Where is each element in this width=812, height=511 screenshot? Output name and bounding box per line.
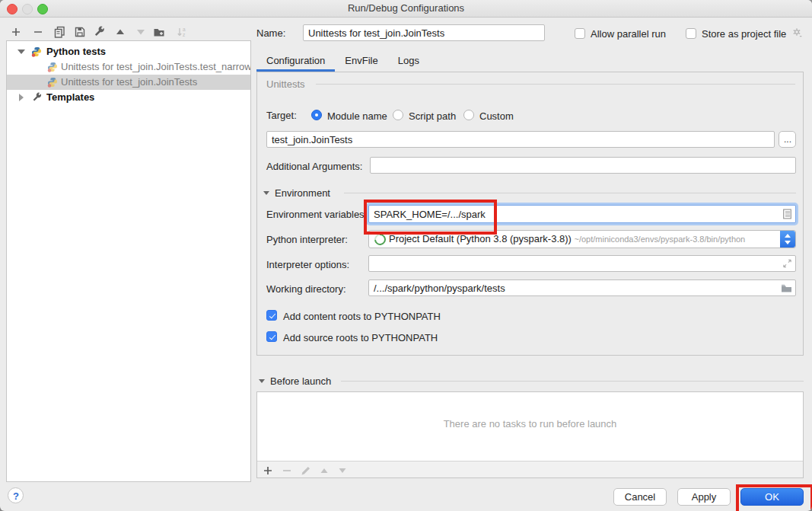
remove-task-button[interactable]: [279, 463, 295, 478]
additional-arguments-input[interactable]: [370, 157, 796, 174]
tree-item-templates[interactable]: Templates: [7, 90, 250, 105]
apply-button[interactable]: Apply: [677, 488, 731, 506]
before-launch-section-label: Before launch: [270, 375, 331, 387]
allow-parallel-run-checkbox[interactable]: [575, 28, 585, 39]
tab-label: Logs: [398, 55, 419, 66]
title-bar: Run/Debug Configurations: [0, 0, 812, 18]
python-interpreter-path: ~/opt/miniconda3/envs/pyspark-3.8/bin/py…: [575, 235, 746, 244]
edit-variables-list-icon[interactable]: [782, 209, 792, 220]
templates-wrench-icon: [32, 92, 43, 103]
edit-templates-button[interactable]: [92, 24, 107, 40]
arrow-down-icon: [336, 465, 349, 477]
python-interpreter-select[interactable]: Project Default (Python 3.8 (pyspark-3.8…: [368, 230, 796, 248]
target-module-name-label: Module name: [327, 110, 387, 122]
sort-az-icon: az: [176, 26, 188, 38]
plus-icon: [10, 26, 22, 38]
environment-variables-label: Environment variables:: [266, 209, 367, 220]
working-directory-field: [368, 279, 796, 296]
move-task-down-button[interactable]: [335, 463, 350, 478]
tree-item-label: Python tests: [46, 44, 106, 59]
chevron-right-icon[interactable]: [19, 94, 24, 101]
environment-divider: [344, 193, 796, 193]
conda-environment-icon: [372, 232, 388, 248]
minus-icon: [281, 465, 293, 477]
interpreter-options-label: Interpreter options:: [266, 259, 349, 270]
before-launch-empty-text: There are no tasks to run before launch: [257, 418, 803, 430]
expand-field-icon[interactable]: [782, 259, 792, 269]
allow-parallel-run-label: Allow parallel run: [591, 28, 666, 40]
target-custom-radio[interactable]: [463, 110, 474, 120]
ok-button[interactable]: OK: [740, 488, 804, 506]
minus-icon: [32, 26, 44, 38]
group-divider: [316, 84, 795, 85]
sort-configurations-button[interactable]: az: [174, 24, 189, 40]
store-settings-gear-icon[interactable]: [791, 27, 804, 39]
edit-task-button[interactable]: [298, 463, 314, 478]
run-debug-configurations-dialog: Run/Debug Configurations az P: [0, 0, 812, 511]
configurations-tree: Python tests Unittests for test_join.Joi…: [6, 40, 251, 482]
save-icon: [74, 26, 86, 38]
arrow-down-icon: [135, 26, 147, 38]
tab-envfile[interactable]: EnvFile: [335, 50, 387, 72]
target-module-name-radio[interactable]: [311, 110, 322, 120]
add-task-button[interactable]: [260, 463, 275, 478]
svg-text:a: a: [183, 27, 186, 32]
tab-label: Configuration: [266, 55, 325, 66]
help-button[interactable]: ?: [8, 487, 24, 503]
tree-item-unittests-jointests-selected[interactable]: Unittests for test_join.JoinTests: [7, 75, 250, 90]
pencil-icon: [300, 465, 312, 477]
cancel-button[interactable]: Cancel: [613, 488, 667, 506]
dropdown-stepper-icon[interactable]: [780, 231, 795, 248]
target-script-path-radio[interactable]: [393, 110, 403, 120]
store-as-project-file-checkbox[interactable]: [686, 28, 696, 39]
add-content-roots-checkbox[interactable]: [266, 310, 277, 321]
python-interpreter-label: Python interpreter:: [266, 234, 348, 245]
environment-variables-input[interactable]: [369, 206, 795, 222]
tree-item-label: Unittests for test_join.JoinTests: [61, 75, 197, 90]
before-launch-collapse-icon[interactable]: [259, 379, 265, 383]
svg-text:z: z: [183, 32, 185, 37]
move-task-up-button[interactable]: [317, 463, 332, 478]
tree-item-python-tests[interactable]: Python tests: [7, 44, 250, 59]
group-title: Unittests: [266, 78, 305, 90]
save-configuration-button[interactable]: [72, 24, 88, 40]
move-up-button[interactable]: [113, 24, 128, 40]
tab-label: EnvFile: [345, 55, 377, 66]
before-launch-divider: [341, 381, 804, 382]
environment-section-label: Environment: [275, 187, 330, 199]
add-source-roots-checkbox[interactable]: [266, 331, 277, 342]
arrow-up-icon: [114, 26, 126, 38]
store-as-project-file-label: Store as project file: [702, 28, 786, 40]
chevron-down-icon[interactable]: [18, 50, 25, 54]
python-test-icon: [47, 62, 58, 72]
copy-configuration-button[interactable]: [52, 24, 67, 40]
python-test-icon: [47, 77, 58, 88]
browse-folder-icon[interactable]: [781, 283, 792, 293]
add-content-roots-label: Add content roots to PYTHONPATH: [283, 311, 441, 322]
tree-item-label: Templates: [46, 90, 94, 105]
before-launch-tasks-panel: There are no tasks to run before launch: [256, 391, 804, 478]
remove-configuration-button[interactable]: [30, 24, 46, 40]
tab-configuration[interactable]: Configuration: [256, 50, 335, 72]
tree-item-label: Unittests for test_join.JoinTests.test_n…: [61, 59, 250, 75]
add-configuration-button[interactable]: [8, 24, 24, 40]
environment-variables-field: [368, 205, 796, 223]
add-source-roots-label: Add source roots to PYTHONPATH: [283, 332, 438, 343]
interpreter-options-input[interactable]: [369, 256, 795, 271]
python-interpreter-value: Project Default (Python 3.8 (pyspark-3.8…: [389, 233, 745, 244]
name-input[interactable]: [303, 24, 545, 41]
working-directory-input[interactable]: [369, 280, 795, 295]
new-folder-button[interactable]: [151, 24, 167, 40]
target-label: Target:: [266, 110, 297, 121]
module-name-input[interactable]: [266, 131, 775, 148]
environment-collapse-icon[interactable]: [263, 191, 269, 195]
before-launch-toolbar: [257, 461, 803, 477]
new-folder-icon: [153, 26, 165, 38]
tab-logs[interactable]: Logs: [388, 50, 429, 72]
wrench-icon: [94, 26, 106, 38]
name-label: Name:: [256, 27, 285, 39]
move-down-button[interactable]: [133, 24, 148, 40]
tree-item-unittests-test-narrow[interactable]: Unittests for test_join.JoinTests.test_n…: [7, 59, 250, 75]
configuration-tabs: Configuration EnvFile Logs: [256, 50, 429, 72]
browse-module-button[interactable]: ...: [779, 131, 796, 148]
